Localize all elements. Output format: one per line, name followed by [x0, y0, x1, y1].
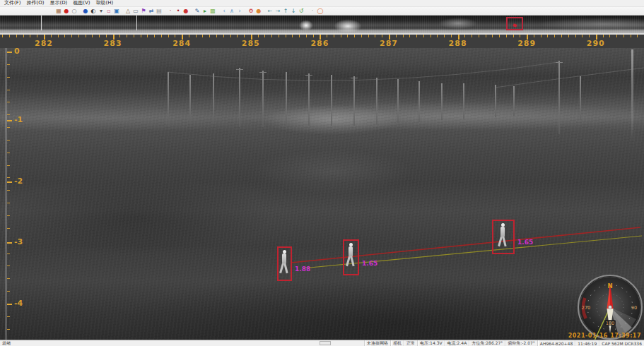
azimuth-minor-tick [209, 35, 210, 37]
toolbar-point-large-icon[interactable]: ● [182, 8, 189, 15]
toolbar-target-grid-icon[interactable]: ▦ [55, 8, 62, 15]
azimuth-minor-tick [541, 35, 541, 37]
toolbar-report-icon[interactable]: ▤ [156, 8, 163, 15]
toolbar-edit-icon[interactable]: ✎ [194, 8, 201, 15]
elevation-minor-tick [7, 329, 10, 330]
azimuth-minor-tick [216, 35, 217, 37]
azimuth-minor-tick [479, 35, 479, 37]
azimuth-minor-tick [409, 35, 410, 37]
detection-box[interactable] [277, 246, 292, 281]
main-thermal-view[interactable]: 0-1-2-3-4 1.881.651.65 [0, 48, 644, 340]
elevation-minor-tick [7, 64, 10, 65]
toolbar-point-small-icon[interactable]: · [167, 8, 174, 15]
detection-box[interactable] [492, 220, 515, 254]
status-ready: 就绪 [2, 340, 11, 346]
elevation-minor-tick [7, 253, 10, 254]
azimuth-minor-tick [161, 35, 162, 37]
azimuth-minor-tick [499, 35, 500, 37]
menu-item-help[interactable]: 帮助(H) [93, 0, 117, 6]
utility-pole [513, 86, 515, 116]
menu-item-operate[interactable]: 操作(O) [24, 0, 47, 6]
elevation-minor-tick [7, 102, 10, 102]
utility-pole [418, 81, 420, 122]
toolbar-swap-icon[interactable]: ⇄ [148, 8, 155, 15]
panorama-strip[interactable] [0, 16, 644, 33]
toolbar-stop-icon[interactable]: ○ [71, 8, 78, 15]
power-wire [495, 68, 644, 88]
menu-item-file[interactable]: 文件(F) [1, 0, 24, 6]
toolbar-record-icon[interactable]: ● [63, 8, 70, 15]
azimuth-minor-tick [244, 35, 245, 37]
compass-label-north: N [607, 282, 612, 290]
person-leg [346, 256, 351, 266]
utility-pole [331, 75, 332, 126]
azimuth-label: 290 [587, 39, 605, 48]
toolbar-contrast-icon[interactable]: ◐ [90, 8, 97, 15]
azimuth-label: 289 [517, 39, 536, 48]
elevation-minor-tick [7, 190, 10, 191]
menu-item-display[interactable]: 显示(D) [47, 0, 70, 6]
azimuth-minor-tick [106, 35, 107, 37]
toolbar-power-icon[interactable]: ◯ [317, 8, 324, 15]
toolbar-reset-icon[interactable]: ↺ [298, 8, 305, 15]
azimuth-minor-tick [486, 35, 486, 37]
toolbar-flag-icon[interactable]: ⚑ [140, 8, 147, 15]
utility-pole [441, 83, 443, 120]
toolbar-gear-icon[interactable]: ⚙ [247, 8, 254, 15]
azimuth-minor-tick [51, 35, 52, 37]
person-leg [350, 256, 354, 266]
azimuth-ruler[interactable]: 282283284285286287288289290 [0, 33, 644, 48]
panorama-detection-box[interactable] [506, 17, 523, 30]
menu-item-view[interactable]: 视图(V) [70, 0, 93, 6]
elevation-minor-tick [7, 266, 10, 266]
azimuth-minor-tick [464, 35, 465, 37]
utility-pole [558, 61, 560, 134]
azimuth-minor-tick [361, 35, 362, 37]
status-azimuth: 方位角:286.27° [469, 340, 505, 346]
detection-box[interactable] [343, 239, 359, 275]
toolbar-grid-green-icon[interactable]: ▩ [209, 8, 216, 15]
status-bar: 就绪 未连接网络相机正常电压:14.3V电流:2.4A方位角:286.27°俯仰… [0, 340, 644, 346]
toolbar-brightness-icon[interactable]: ▫ [105, 8, 112, 15]
status-cap: CAP 562M DCR336 [599, 340, 644, 346]
toolbar-snapshot-icon[interactable]: ▭ [132, 8, 139, 15]
elevation-minor-tick [7, 316, 10, 317]
azimuth-minor-tick [431, 35, 431, 37]
azimuth-minor-tick [141, 35, 141, 37]
toolbar-next-icon[interactable]: › [236, 8, 243, 15]
azimuth-minor-tick [609, 35, 610, 37]
azimuth-minor-tick [202, 35, 203, 37]
toolbar-prev-icon[interactable]: ‹ [221, 8, 228, 15]
toolbar-ball-icon[interactable]: ● [255, 8, 262, 15]
azimuth-minor-tick [127, 35, 127, 37]
toolbar-up-icon[interactable]: ∧ [228, 8, 235, 15]
azimuth-minor-tick [30, 35, 30, 37]
person-leg [279, 263, 284, 273]
toolbar-arrow-up-icon[interactable]: ↑ [282, 8, 289, 15]
toolbar-zone-icon[interactable]: △ [124, 8, 131, 15]
elevation-label: -1 [14, 115, 23, 124]
toolbar-dot-gray-icon[interactable]: · [309, 8, 316, 15]
toolbar-arrow-down-icon[interactable]: ↓ [290, 8, 297, 15]
toolbar-sphere-icon[interactable]: ● [82, 8, 89, 15]
toolbar-layers-icon[interactable]: ▣ [113, 8, 120, 15]
azimuth-minor-tick [403, 35, 404, 37]
azimuth-minor-tick [327, 35, 327, 37]
elevation-minor-tick [7, 90, 10, 90]
azimuth-minor-tick [258, 35, 259, 37]
toolbar-caret-down-icon[interactable]: ▾ [98, 8, 105, 15]
azimuth-minor-tick [119, 35, 120, 37]
person-leg [283, 263, 288, 273]
status-grip[interactable] [320, 341, 331, 345]
toolbar-point-medium-icon[interactable]: • [175, 8, 182, 15]
toolbar-arrow-right-icon[interactable]: → [274, 8, 281, 15]
azimuth-minor-tick [506, 35, 507, 37]
elevation-major-tick [7, 242, 12, 244]
toolbar-arrow-left-icon[interactable]: ← [267, 8, 274, 15]
toolbar-run-icon[interactable]: ▸ [201, 8, 209, 15]
elevation-label: -2 [14, 177, 23, 186]
elevation-minor-tick [7, 177, 10, 178]
azimuth-minor-tick [631, 35, 631, 37]
menu-bar: 文件(F)操作(O)显示(D)视图(V)帮助(H) [0, 0, 644, 7]
thermal-surveillance-app: 文件(F)操作(O)显示(D)视图(V)帮助(H) ▦●○●◐▾▫▣△▭⚑⇄▤·… [0, 0, 644, 346]
